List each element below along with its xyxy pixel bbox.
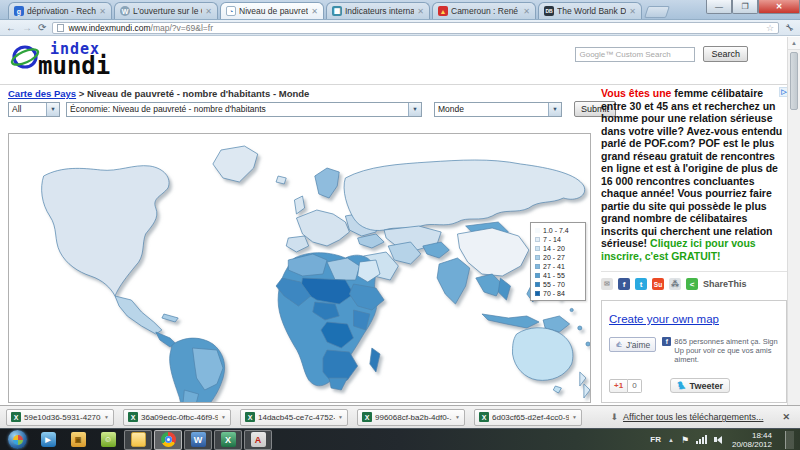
- tab-close-icon[interactable]: ✕: [417, 7, 424, 16]
- cameroun-favicon-icon: ▲: [438, 6, 448, 16]
- taskbar-word[interactable]: W: [184, 430, 212, 450]
- browser-tab[interactable]: ▲ Cameroun : René Emmanu ✕: [432, 2, 536, 19]
- category-select[interactable]: All▼: [8, 102, 60, 117]
- taskbar-explorer[interactable]: [124, 430, 152, 450]
- search-button[interactable]: Search: [703, 46, 748, 62]
- volume-icon[interactable]: [714, 436, 722, 444]
- tab-title: déprivation - Recherche Go: [27, 6, 96, 16]
- sharethis-icon[interactable]: <: [686, 278, 698, 290]
- social-share-bar: ✉ f t Su ⁂ < ShareThis: [601, 271, 787, 290]
- address-bar[interactable]: www.indexmundi.com/map/?v=69&l=fr ☆: [52, 22, 779, 34]
- download-item[interactable]: X 36a09edc-0fbc-46f9-9....xls ▼: [123, 409, 231, 426]
- chevron-down-icon[interactable]: ▼: [104, 414, 109, 420]
- facebook-icon: f: [662, 337, 671, 346]
- settings-wrench-icon[interactable]: 🔧︎: [785, 23, 794, 33]
- taskbar-photo-gallery[interactable]: ▣: [64, 430, 92, 450]
- chevron-down-icon: ▼: [46, 103, 59, 116]
- download-item[interactable]: X 6d03cf65-d2ef-4cc0-9....xls ▼: [474, 409, 582, 426]
- download-item[interactable]: X 59e10d36-5931-4270-....xls ▼: [6, 409, 114, 426]
- tab-title: The World Bank Databank: [557, 6, 626, 16]
- tab-close-icon[interactable]: ✕: [99, 7, 106, 16]
- close-window-button[interactable]: ✕: [758, 0, 800, 14]
- tab-close-icon[interactable]: ✕: [523, 7, 530, 16]
- google-favicon-icon: g: [14, 6, 24, 16]
- forward-button[interactable]: →: [22, 23, 32, 33]
- maximize-button[interactable]: ❐: [732, 0, 758, 14]
- facebook-like-text: f 865 personnes aiment ça. Sign Up pour …: [662, 337, 779, 364]
- new-tab-button[interactable]: [644, 6, 670, 18]
- tab-title: Cameroun : René Emmanu: [451, 6, 520, 16]
- excel-file-icon: X: [128, 412, 138, 422]
- action-center-flag-icon[interactable]: ⚑: [681, 435, 689, 445]
- taskbar-excel[interactable]: X: [214, 430, 242, 450]
- download-item[interactable]: X 996068cf-ba2b-4df0-....xls ▼: [357, 409, 465, 426]
- minimize-button[interactable]: —: [706, 0, 732, 14]
- twitter-share-icon[interactable]: t: [635, 278, 647, 290]
- bookmark-star-icon[interactable]: ☆: [766, 23, 774, 33]
- more-share-icon[interactable]: ⁂: [669, 278, 681, 290]
- legend-label: 70 - 84: [543, 290, 565, 297]
- network-signal-icon[interactable]: [696, 435, 707, 444]
- tab-title: Indicateurs internationaux: [345, 6, 414, 16]
- ad-lead-text: Vous êtes une: [601, 87, 671, 99]
- browser-toolbar: ← → ⟳ www.indexmundi.com/map/?v=69&l=fr …: [0, 20, 800, 36]
- legend-swatch: [535, 273, 540, 278]
- region-select[interactable]: Monde▼: [434, 102, 562, 117]
- browser-tab[interactable]: g déprivation - Recherche Go ✕: [8, 2, 112, 19]
- show-all-downloads[interactable]: ⬇ Afficher tous les téléchargements...: [611, 412, 764, 422]
- taskbar-messenger[interactable]: ☺: [94, 430, 122, 450]
- chevron-down-icon[interactable]: ▼: [338, 414, 343, 420]
- scroll-up-arrow-icon[interactable]: ▲: [788, 37, 800, 50]
- google-plus-one-button[interactable]: +10: [609, 379, 642, 393]
- browser-tab[interactable]: ▦ Indicateurs internationaux ✕: [326, 2, 430, 19]
- facebook-share-icon[interactable]: f: [618, 278, 630, 290]
- page-icon: [57, 24, 64, 32]
- create-map-link[interactable]: Create your own map: [609, 313, 719, 325]
- download-item[interactable]: X 14dacb45-ce7c-4752-....xls ▼: [240, 409, 348, 426]
- tab-close-icon[interactable]: ✕: [311, 7, 318, 16]
- taskbar-media-player[interactable]: ▶: [34, 430, 62, 450]
- tab-close-icon[interactable]: ✕: [629, 7, 636, 16]
- breadcrumb: Carte des Pays > Niveau de pauvreté - no…: [8, 88, 309, 99]
- legend-swatch: [535, 291, 540, 296]
- taskbar-chrome[interactable]: [154, 430, 182, 450]
- browser-tab-active[interactable]: ◔ Niveau de pauvreté - nom ✕: [220, 2, 324, 19]
- browser-tab[interactable]: W L'ouverture sur le Camerou ✕: [114, 2, 218, 19]
- legend-label: 7 - 14: [543, 236, 561, 243]
- legend-label: 14 - 20: [543, 245, 565, 252]
- email-share-icon[interactable]: ✉: [601, 278, 613, 290]
- close-shelf-icon[interactable]: ✕: [782, 412, 790, 422]
- chevron-down-icon[interactable]: ▼: [455, 414, 460, 420]
- search-input[interactable]: [575, 47, 695, 62]
- plus-one-count: 0: [628, 379, 641, 393]
- excel-file-icon: X: [362, 412, 372, 422]
- world-map-panel[interactable]: 1.0 - 7.4 7 - 14 14 - 20 20 - 27 27 - 41…: [8, 133, 591, 403]
- language-indicator[interactable]: FR: [650, 435, 661, 444]
- thumbs-up-icon: 👍︎: [615, 340, 623, 349]
- tab-title: Niveau de pauvreté - nom: [239, 6, 308, 16]
- chevron-down-icon[interactable]: ▼: [572, 414, 577, 420]
- page-scrollbar[interactable]: ▲: [787, 37, 800, 405]
- tab-close-icon[interactable]: ✕: [205, 7, 212, 16]
- advertisement[interactable]: ▷ Vous êtes une femme célibataire entre …: [601, 87, 787, 262]
- world-map: [9, 134, 590, 402]
- word-icon: W: [191, 432, 206, 447]
- stumbleupon-share-icon[interactable]: Su: [652, 278, 664, 290]
- tweet-button[interactable]: 🐦︎ Tweeter: [670, 378, 730, 393]
- show-desktop-button[interactable]: [785, 431, 794, 449]
- facebook-like-button[interactable]: 👍︎ J'aime: [609, 337, 656, 352]
- logo-text: index mundi: [38, 42, 110, 76]
- taskbar-clock[interactable]: 18:44 20/08/2012: [732, 431, 772, 449]
- taskbar-acrobat[interactable]: A: [244, 430, 272, 450]
- scrollbar-thumb[interactable]: [790, 52, 798, 110]
- reload-button[interactable]: ⟳: [38, 23, 46, 33]
- back-button[interactable]: ←: [6, 23, 16, 33]
- browser-tab[interactable]: DB The World Bank Databank ✕: [538, 2, 642, 19]
- indexmundi-logo[interactable]: index mundi: [10, 40, 110, 76]
- indicator-select[interactable]: Économie: Niveau de pauvreté - nombre d'…: [66, 102, 422, 117]
- start-button[interactable]: [8, 430, 27, 449]
- create-map-box: Create your own map 👍︎ J'aime f 865 pers…: [601, 300, 787, 403]
- chevron-down-icon[interactable]: ▼: [221, 414, 226, 420]
- hidden-icons-arrow-icon[interactable]: ▲: [668, 437, 674, 443]
- breadcrumb-link[interactable]: Carte des Pays: [8, 88, 76, 99]
